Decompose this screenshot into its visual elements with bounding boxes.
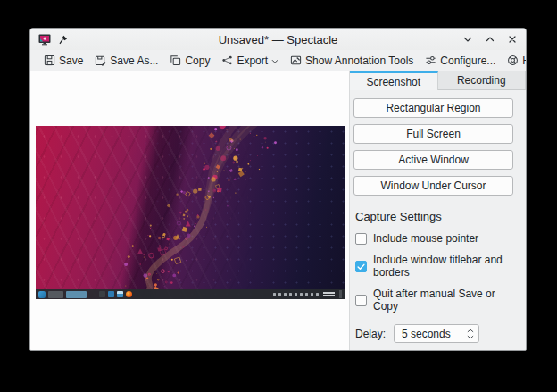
- quit-after-save-row[interactable]: Quit after manual Save or Copy: [355, 288, 513, 313]
- preview-launcher-icon: [38, 291, 46, 298]
- side-panel: Screenshot Recording Rectangular Region …: [349, 71, 526, 350]
- preview-firefox-icon: [126, 291, 132, 297]
- include-titlebar-row[interactable]: Include window titlebar and borders: [355, 254, 513, 279]
- help-icon: [507, 54, 519, 66]
- tab-recording[interactable]: Recording: [438, 71, 527, 90]
- preview-show-desktop: [339, 290, 342, 298]
- minimize-button[interactable]: [462, 34, 473, 45]
- preview-pane: [30, 71, 349, 350]
- chevron-down-icon: [271, 54, 278, 67]
- preview-clock: [323, 292, 335, 296]
- delay-label: Delay:: [355, 328, 386, 340]
- capture-settings-heading: Capture Settings: [355, 210, 513, 223]
- annotation-icon: [290, 54, 302, 66]
- full-screen-button[interactable]: Full Screen: [353, 124, 513, 144]
- screenshot-preview: [36, 126, 345, 299]
- save-icon: [44, 54, 55, 66]
- close-button[interactable]: [507, 34, 518, 45]
- help-button[interactable]: Help: [503, 53, 527, 69]
- copy-button[interactable]: Copy: [165, 53, 214, 69]
- preview-task-button: [48, 291, 63, 298]
- delay-value[interactable]: 5 seconds: [402, 328, 467, 340]
- maximize-button[interactable]: [485, 34, 495, 45]
- spectacle-window: Unsaved* — Spectacle Save: [29, 28, 527, 351]
- preview-system-tray: [273, 290, 342, 298]
- export-icon: [221, 54, 233, 66]
- save-as-button[interactable]: Save As...: [90, 53, 162, 69]
- show-annotation-tools-button[interactable]: Show Annotation Tools: [286, 53, 418, 69]
- wallpaper-confetti: [36, 126, 345, 289]
- configure-button[interactable]: Configure...: [420, 53, 500, 69]
- window-title: Unsaved* — Spectacle: [30, 33, 526, 46]
- active-window-button[interactable]: Active Window: [353, 150, 513, 170]
- preview-pinned-app-icon: [108, 291, 114, 297]
- spin-down-icon: [467, 335, 474, 339]
- pin-icon[interactable]: [58, 35, 68, 45]
- spin-up-icon: [467, 329, 474, 333]
- preview-pinned-app-icon: [99, 291, 105, 297]
- preview-task-button-active: [66, 291, 87, 298]
- toolbar: Save Save As... Copy Export: [30, 50, 526, 71]
- delay-spinbox[interactable]: 5 seconds: [394, 324, 479, 343]
- quit-after-save-checkbox[interactable]: [355, 295, 367, 306]
- include-mouse-pointer-row[interactable]: Include mouse pointer: [355, 232, 513, 245]
- window-under-cursor-button[interactable]: Window Under Cursor: [353, 176, 513, 196]
- export-button[interactable]: Export: [217, 53, 283, 69]
- spinbox-arrows[interactable]: [467, 329, 474, 339]
- spectacle-app-icon[interactable]: [38, 33, 51, 46]
- preview-folder-icon: [117, 291, 123, 297]
- configure-icon: [425, 54, 436, 66]
- tabbar: Screenshot Recording: [350, 71, 526, 90]
- desktop-background: Unsaved* — Spectacle Save: [0, 0, 557, 392]
- copy-icon: [170, 54, 181, 66]
- include-titlebar-checkbox[interactable]: [355, 261, 367, 272]
- tab-screenshot[interactable]: Screenshot: [350, 71, 438, 90]
- save-button[interactable]: Save: [39, 53, 87, 69]
- include-mouse-pointer-checkbox[interactable]: [355, 233, 367, 245]
- preview-taskbar: [36, 289, 345, 299]
- titlebar[interactable]: Unsaved* — Spectacle: [30, 29, 526, 50]
- save-as-icon: [95, 54, 106, 66]
- delay-row: Delay: 5 seconds: [355, 324, 513, 343]
- rectangular-region-button[interactable]: Rectangular Region: [353, 98, 513, 118]
